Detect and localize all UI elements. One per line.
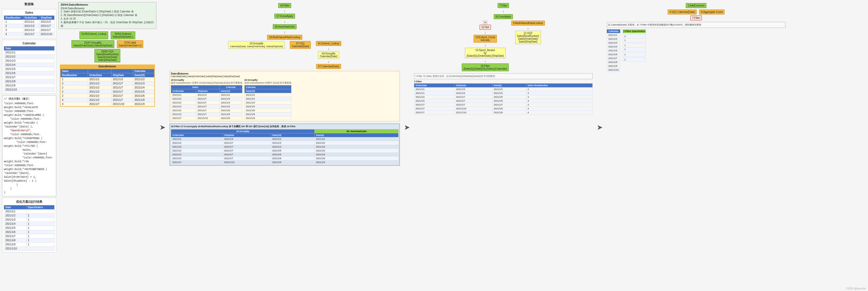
dates-between-annotation: DatesBetween Calendar[Date],Sales[OrderD… <box>169 71 400 122</box>
big-arrow-3: ➤ <box>596 2 604 253</box>
code-line: 'Calendar'[Date] <box>4 152 55 156</box>
node-23: 23/47:GroupBySales[OrderDate],Sales[Ship… <box>71 40 114 48</box>
result-cell <box>26 247 54 251</box>
cal-cell: 2021/1/4 <box>4 63 55 67</box>
db-cell: 2 <box>61 82 88 86</box>
node-8: 8:CrossApply <box>494 14 513 19</box>
result-table: Date OpenOrders 2021/1/12021/1/222021/1/… <box>4 205 55 251</box>
steps-title: 20/44:DatesBetween <box>61 3 154 6</box>
db-cell: 2021/1/2 <box>88 90 112 94</box>
flow-header: 20/44:DatesBetween 20/44:DatesBetween1. … <box>58 2 156 29</box>
code-line: ) <box>4 183 55 187</box>
cal-cell: 2021/1/9 <box>4 84 55 88</box>
db-cell: 3 <box>61 98 88 102</box>
cal-cell: 2021/1/2 <box>4 55 55 59</box>
code-line: "color:#00008b;font-weight:bold;">IN "co… <box>4 156 55 183</box>
cal-cell: 2021/1/8 <box>4 79 55 84</box>
db-cell: 2021/1/3 <box>133 82 154 86</box>
result-cell: 2021/1/4 <box>4 222 27 226</box>
groupby19-container: 19:GroupBy 返回 DatesBetween 结果中 [OrderDat… <box>171 79 242 120</box>
result-title: 优化方案2运行结果 <box>4 200 55 204</box>
node-12: 12:Not <box>479 25 491 30</box>
dates-between-outer: Sales Calendar RowNumber OrderDate ShipD… <box>60 68 155 107</box>
result-cell: 2021/1/3 <box>4 218 27 222</box>
node-26: 26/50:VQ2Sales[RowNumber]Sales[OrderDate… <box>94 49 120 62</box>
calendar-title: Calendar <box>4 41 55 45</box>
result-cell: 1 <box>26 222 54 226</box>
db-cell: 2021/1/3 <box>112 77 133 82</box>
code-line: "color:#00008b;font-weight:bold;">FILTER… <box>4 140 55 148</box>
node-30: 30/54:SubtractSales[ShipDate]-1 <box>111 31 135 39</box>
node-43-1: 43:GroupByCalendar[Date] <box>318 51 339 59</box>
result-cell: 1 <box>26 234 54 238</box>
sales-cell: 2021/1/2 <box>23 24 39 28</box>
node-19-1: 19:GroupByCalendar[Date], Sales[OrderDat… <box>228 41 285 49</box>
groupby19-table: Sales Calendar OrderDate ShipDate Date(1… <box>171 85 242 120</box>
step-item: 3. 合并 1# 2# <box>61 17 154 21</box>
db-cell: 4 <box>61 102 88 106</box>
sales-cell: 2021/1/7 <box>39 28 54 32</box>
result-cell: 2 <box>26 214 54 218</box>
code-line: ) <box>4 187 55 191</box>
sales-table-panel: Sales RowNumber OrderDate ShipDate 12021… <box>2 9 56 38</box>
node-57: 57:Calendar[Date] <box>316 64 341 69</box>
in-label: IN <box>483 21 487 24</box>
res-col-openorders: OpenOrders <box>26 205 54 209</box>
final-note: 以 Calendar[Date] 为基准，从 7:Filter 中查找对应的数据… <box>607 22 785 28</box>
node-16f: 16:Filter[Date(0)],[Date][16],[Sales],[C… <box>462 63 508 71</box>
section2: 16:Filter ↓ 17:CrossApply ↓ 33:InnerHash… <box>168 2 401 253</box>
result-cell: 1 <box>26 243 54 247</box>
section1-diagram: 21/45:Extend_Lookup 30/54:SubtractSales[… <box>58 30 156 108</box>
code-title: // 优化方案2（修正） <box>4 97 55 101</box>
code-line: ) <box>4 191 55 195</box>
calendar-table: Date 2021/1/12021/1/22021/1/32021/1/4202… <box>4 46 55 92</box>
sales-cell: 2021/1/7 <box>39 24 54 28</box>
cal-cell: 2021/1/1 <box>4 51 55 55</box>
code-lines: "color:#00008b;font-weight:bold;">EVALUA… <box>4 102 55 195</box>
code-line: "color:#00008b;font-weight:bold;">COUNTR… <box>4 133 55 140</box>
node-4-vq1: 4:VQ1 Calendar[Date] <box>668 9 696 14</box>
final-calendar-table: 2021/1/12021/1/22021/1/32021/1/42021/1/5… <box>607 33 620 72</box>
res-col-date: Date <box>4 205 27 209</box>
node-1-addcols: 1:AddColumns <box>686 3 706 8</box>
code-line: "color:#00008b;font-weight:bold;">EVALUA… <box>4 102 55 109</box>
db-cell: 2021/1/1 <box>88 77 112 82</box>
cal-cell: 2021/1/5 <box>4 67 55 71</box>
cal-cell: 2021/1/3 <box>4 59 55 63</box>
cal-cell: 2021/1/10 <box>4 88 55 92</box>
section3-content: 7:Filter ↓ 8:CrossApply IN 12:Not ↓ 13:E… <box>413 2 594 116</box>
code-line: "color:#00008b;font-weight:bold;">VALUES… <box>4 117 55 129</box>
groupby43-container: 43:GroupBy 返回 DatesBetween 结果中 [Date] 的不… <box>244 79 292 120</box>
result-cell: 2021/1/2 <box>4 214 27 218</box>
node-27: 27/51:AddSales[OrderDate+1] <box>117 40 144 48</box>
result-cell: 2021/1/5 <box>4 226 27 230</box>
dates-between-table: Sales Calendar RowNumber OrderDate ShipD… <box>60 69 154 106</box>
calendar-table-panel: Calendar Date 2021/1/12021/1/22021/1/320… <box>2 40 56 94</box>
result-cell: 1 <box>26 230 54 234</box>
sales-cell: 2021/1/2 <box>23 28 39 32</box>
node-16: 16:Filter <box>278 3 291 8</box>
db-cell: 2021/1/10 <box>112 102 133 106</box>
result-cell: 1 <box>26 218 54 222</box>
main-container: 数据集 Sales RowNumber OrderDate ShipDate 1… <box>0 0 868 255</box>
db-cell: 2 <box>61 94 88 98</box>
calendar-col: Calendar 2021/1/12021/1/22021/1/32021/1/… <box>607 29 620 72</box>
db-cell: 2 <box>61 86 88 90</box>
code-line: "OpenOrders2", <box>4 129 55 133</box>
node-13: 13:Extend_ConstIsEmpty <box>474 35 497 42</box>
groupby43-table: Calendar Date(16) 2021/1/22021/1/32021/1… <box>244 85 292 120</box>
result-cell: 2021/1/10 <box>4 247 27 251</box>
code-line: Sales, <box>4 148 55 152</box>
section2-diagram: 16:Filter ↓ 17:CrossApply ↓ 33:InnerHash… <box>168 2 401 167</box>
section4: 1:AddColumns 4:VQ1 Calendar[Date] 6:Aggr… <box>606 2 786 253</box>
db-cell: 2021/1/2 <box>88 82 112 86</box>
sales-cell: 4 <box>4 32 23 36</box>
filter7-label: 7:Filter <box>414 80 593 83</box>
node-33: 33:InnerHashJoin <box>273 24 297 29</box>
cal-cell: 2021/1/7 <box>4 75 55 79</box>
db-cell: 2021/1/9 <box>133 102 154 106</box>
data-section-title: 数据集 <box>2 2 56 6</box>
steps-list: 20/44:DatesBetween1. Sales 表每行的 [OrderDa… <box>61 7 154 28</box>
node-7-filter-ref: 7:Filter <box>690 15 702 21</box>
db-cell: 2021/1/2 <box>88 98 112 102</box>
